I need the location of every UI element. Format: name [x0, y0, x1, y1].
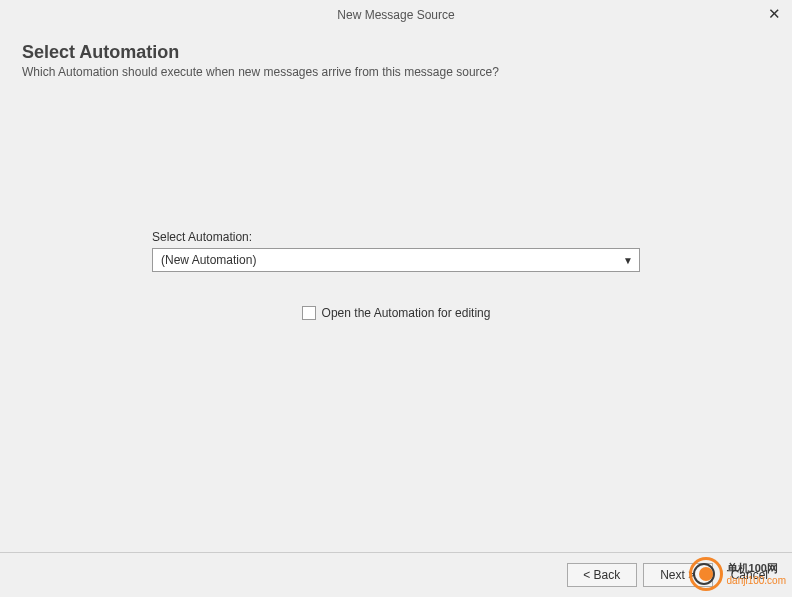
wizard-content: Select Automation: (New Automation) ▼ Op…	[0, 80, 792, 552]
wizard-header: Select Automation Which Automation shoul…	[0, 30, 792, 87]
open-for-editing-checkbox[interactable]	[302, 306, 316, 320]
window-title: New Message Source	[337, 8, 454, 22]
dropdown-selected-value: (New Automation)	[161, 253, 256, 267]
form-area: Select Automation: (New Automation) ▼ Op…	[22, 230, 770, 320]
open-for-editing-row: Open the Automation for editing	[152, 306, 640, 320]
select-automation-dropdown[interactable]: (New Automation) ▼	[152, 248, 640, 272]
cancel-button[interactable]: Cancel	[719, 563, 780, 587]
select-automation-label: Select Automation:	[152, 230, 640, 244]
wizard-footer: < Back Next > Cancel	[0, 552, 792, 597]
next-button[interactable]: Next >	[643, 563, 713, 587]
close-icon[interactable]: ✕	[764, 4, 784, 24]
chevron-down-icon: ▼	[623, 255, 633, 266]
titlebar: New Message Source ✕	[0, 0, 792, 30]
page-subtitle: Which Automation should execute when new…	[22, 65, 770, 79]
open-for-editing-label: Open the Automation for editing	[322, 306, 491, 320]
page-title: Select Automation	[22, 42, 770, 63]
back-button[interactable]: < Back	[567, 563, 637, 587]
